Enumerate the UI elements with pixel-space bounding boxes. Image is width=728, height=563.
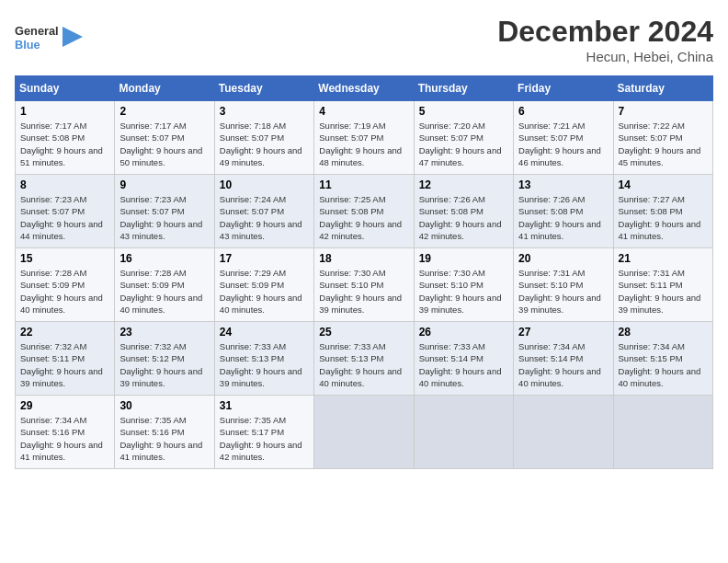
calendar-day-cell: 14 Sunrise: 7:27 AM Sunset: 5:08 PM Dayl… [613,175,712,248]
day-number: 20 [518,252,608,265]
calendar-week-row: 22 Sunrise: 7:32 AM Sunset: 5:11 PM Dayl… [16,322,713,396]
calendar-day-cell: 15 Sunrise: 7:28 AM Sunset: 5:09 PM Dayl… [16,248,115,322]
weekday-header: Wednesday [314,76,414,101]
day-info: Sunrise: 7:34 AM Sunset: 5:16 PM Dayligh… [20,414,109,463]
title-block: December 2024 Hecun, Hebei, China [497,15,713,64]
day-number: 30 [119,399,209,412]
day-info: Sunrise: 7:23 AM Sunset: 5:07 PM Dayligh… [119,193,209,242]
calendar-day-cell: 10 Sunrise: 7:24 AM Sunset: 5:07 PM Dayl… [214,175,313,248]
day-number: 13 [518,178,608,191]
calendar-day-cell: 12 Sunrise: 7:26 AM Sunset: 5:08 PM Dayl… [414,175,513,248]
weekday-header: Tuesday [214,76,313,101]
day-info: Sunrise: 7:26 AM Sunset: 5:08 PM Dayligh… [518,193,608,242]
calendar-day-cell: 20 Sunrise: 7:31 AM Sunset: 5:10 PM Dayl… [514,248,613,322]
calendar-day-cell: 3 Sunrise: 7:18 AM Sunset: 5:07 PM Dayli… [214,101,313,175]
day-info: Sunrise: 7:25 AM Sunset: 5:08 PM Dayligh… [319,193,408,242]
calendar-day-cell: 16 Sunrise: 7:28 AM Sunset: 5:09 PM Dayl… [115,248,214,322]
day-number: 26 [419,326,508,339]
day-info: Sunrise: 7:21 AM Sunset: 5:07 PM Dayligh… [518,120,608,168]
day-number: 17 [220,252,309,265]
day-info: Sunrise: 7:28 AM Sunset: 5:09 PM Dayligh… [119,267,209,316]
calendar-day-cell: 25 Sunrise: 7:33 AM Sunset: 5:13 PM Dayl… [314,322,414,396]
day-info: Sunrise: 7:17 AM Sunset: 5:08 PM Dayligh… [20,120,109,168]
calendar-day-cell: 13 Sunrise: 7:26 AM Sunset: 5:08 PM Dayl… [514,175,613,248]
calendar-day-cell: 6 Sunrise: 7:21 AM Sunset: 5:07 PM Dayli… [514,101,613,175]
calendar-day-cell: 23 Sunrise: 7:32 AM Sunset: 5:12 PM Dayl… [115,322,214,396]
day-number: 11 [319,178,408,191]
weekday-header: Thursday [414,76,513,101]
weekday-header: Saturday [613,76,712,101]
day-info: Sunrise: 7:29 AM Sunset: 5:09 PM Dayligh… [220,267,309,316]
day-number: 3 [220,105,309,118]
calendar-day-cell: 26 Sunrise: 7:33 AM Sunset: 5:14 PM Dayl… [414,322,513,396]
logo-arrow-icon [63,27,83,47]
day-number: 19 [419,252,508,265]
day-info: Sunrise: 7:23 AM Sunset: 5:07 PM Dayligh… [20,193,109,242]
location: Hecun, Hebei, China [497,49,713,64]
svg-text:Blue: Blue [15,38,40,52]
day-number: 22 [20,326,109,339]
calendar-day-cell: 27 Sunrise: 7:34 AM Sunset: 5:14 PM Dayl… [514,322,613,396]
day-number: 21 [619,252,708,265]
calendar-day-cell: 21 Sunrise: 7:31 AM Sunset: 5:11 PM Dayl… [613,248,712,322]
day-number: 6 [518,105,608,118]
day-info: Sunrise: 7:33 AM Sunset: 5:14 PM Dayligh… [419,340,508,389]
calendar-day-cell: 29 Sunrise: 7:34 AM Sunset: 5:16 PM Dayl… [16,396,115,469]
calendar-day-cell [414,396,513,469]
day-number: 18 [319,252,408,265]
calendar-day-cell [314,396,414,469]
calendar-day-cell: 24 Sunrise: 7:33 AM Sunset: 5:13 PM Dayl… [214,322,313,396]
day-info: Sunrise: 7:26 AM Sunset: 5:08 PM Dayligh… [419,193,508,242]
day-info: Sunrise: 7:32 AM Sunset: 5:12 PM Dayligh… [119,340,209,389]
calendar-day-cell [613,396,712,469]
calendar-table: SundayMondayTuesdayWednesdayThursdayFrid… [15,75,713,469]
day-info: Sunrise: 7:28 AM Sunset: 5:09 PM Dayligh… [20,267,109,316]
day-info: Sunrise: 7:33 AM Sunset: 5:13 PM Dayligh… [220,340,309,389]
day-number: 16 [119,252,209,265]
day-info: Sunrise: 7:19 AM Sunset: 5:07 PM Dayligh… [319,120,408,168]
svg-text:General: General [15,24,59,38]
calendar-day-cell: 7 Sunrise: 7:22 AM Sunset: 5:07 PM Dayli… [613,101,712,175]
day-info: Sunrise: 7:34 AM Sunset: 5:15 PM Dayligh… [619,340,708,389]
day-number: 14 [619,178,708,191]
calendar-day-cell: 17 Sunrise: 7:29 AM Sunset: 5:09 PM Dayl… [214,248,313,322]
calendar-day-cell: 9 Sunrise: 7:23 AM Sunset: 5:07 PM Dayli… [115,175,214,248]
day-number: 23 [119,326,209,339]
day-number: 24 [220,326,309,339]
weekday-header: Monday [115,76,214,101]
day-number: 12 [419,178,508,191]
calendar-week-row: 15 Sunrise: 7:28 AM Sunset: 5:09 PM Dayl… [16,248,713,322]
day-info: Sunrise: 7:22 AM Sunset: 5:07 PM Dayligh… [619,120,708,168]
weekday-header-row: SundayMondayTuesdayWednesdayThursdayFrid… [16,76,713,101]
weekday-header: Friday [514,76,613,101]
day-number: 25 [319,326,408,339]
calendar-day-cell: 4 Sunrise: 7:19 AM Sunset: 5:07 PM Dayli… [314,101,414,175]
calendar-week-row: 1 Sunrise: 7:17 AM Sunset: 5:08 PM Dayli… [16,101,713,175]
day-number: 27 [518,326,608,339]
day-info: Sunrise: 7:18 AM Sunset: 5:07 PM Dayligh… [220,120,309,168]
calendar-day-cell: 8 Sunrise: 7:23 AM Sunset: 5:07 PM Dayli… [16,175,115,248]
day-info: Sunrise: 7:34 AM Sunset: 5:14 PM Dayligh… [518,340,608,389]
calendar-week-row: 29 Sunrise: 7:34 AM Sunset: 5:16 PM Dayl… [16,396,713,469]
day-number: 31 [220,399,309,412]
page-header: General Blue December 2024 Hecun, Hebei,… [15,15,713,64]
calendar-day-cell: 22 Sunrise: 7:32 AM Sunset: 5:11 PM Dayl… [16,322,115,396]
day-number: 1 [20,105,109,118]
logo: General Blue [15,15,83,59]
calendar-day-cell: 1 Sunrise: 7:17 AM Sunset: 5:08 PM Dayli… [16,101,115,175]
day-info: Sunrise: 7:20 AM Sunset: 5:07 PM Dayligh… [419,120,508,168]
calendar-day-cell: 11 Sunrise: 7:25 AM Sunset: 5:08 PM Dayl… [314,175,414,248]
day-number: 2 [119,105,209,118]
day-number: 15 [20,252,109,265]
day-number: 5 [419,105,508,118]
day-info: Sunrise: 7:33 AM Sunset: 5:13 PM Dayligh… [319,340,408,389]
day-info: Sunrise: 7:17 AM Sunset: 5:07 PM Dayligh… [119,120,209,168]
day-info: Sunrise: 7:30 AM Sunset: 5:10 PM Dayligh… [319,267,408,316]
calendar-day-cell: 28 Sunrise: 7:34 AM Sunset: 5:15 PM Dayl… [613,322,712,396]
calendar-day-cell: 30 Sunrise: 7:35 AM Sunset: 5:16 PM Dayl… [115,396,214,469]
day-info: Sunrise: 7:35 AM Sunset: 5:17 PM Dayligh… [220,414,309,463]
day-number: 29 [20,399,109,412]
day-number: 8 [20,178,109,191]
day-info: Sunrise: 7:27 AM Sunset: 5:08 PM Dayligh… [619,193,708,242]
day-number: 10 [220,178,309,191]
